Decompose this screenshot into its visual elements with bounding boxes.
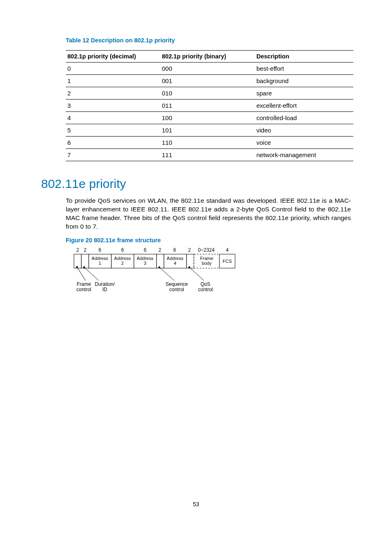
frame-box [81,254,89,268]
width-label: 2 [188,247,191,253]
width-label: 6 [173,247,176,253]
table-row: 7111network-management [66,149,353,161]
box-label: 4 [174,261,176,266]
table-row: 4100controlled-load [66,112,353,124]
section-heading: 802.11e priority [41,177,351,191]
frame-box [187,254,194,268]
table-row: 5101video [66,124,353,137]
cell: video [255,124,353,137]
cell: best-effort [255,63,353,75]
table-row: 1001background [66,75,353,87]
table-row: 6110voice [66,137,353,149]
cell: 0 [66,63,160,75]
page-number: 53 [0,501,392,508]
table-row: 2010spare [66,87,353,100]
frame-box [74,254,81,268]
figure-caption: Figure 20 802.11e frame structure [66,237,351,243]
cell: 1 [66,75,160,87]
width-label: 2 [76,247,79,253]
callout-line [190,268,204,280]
cell: 110 [160,137,255,149]
box-label: body [202,261,212,266]
cell: 011 [160,100,255,112]
callout-line [85,268,99,280]
width-label: 2 [159,247,161,253]
box-label: Address [167,256,184,261]
col-header-decimal: 802.1p priority (decimal) [66,51,160,63]
cell: 6 [66,137,160,149]
frame-structure-figure: 2 2 6 6 6 2 6 2 0~2324 4 Address [66,247,351,296]
box-label: Address [114,256,131,261]
table-caption: Table 12 Description on 802.1p priority [66,37,351,44]
cell: spare [255,87,353,100]
col-header-description: Description [255,51,353,63]
cell: excellent-effort [255,100,353,112]
table-row: 0000best-effort [66,63,353,75]
body-paragraph: To provide QoS services on WLAN, the 802… [66,197,351,231]
cell: network-management [255,149,353,161]
cell: 2 [66,87,160,100]
cell: 4 [66,112,160,124]
width-label: 0~2324 [198,247,215,253]
frame-box [157,254,164,268]
cell: voice [255,137,353,149]
cell: 000 [160,63,255,75]
box-label: FCS [223,259,232,264]
width-label: 6 [121,247,124,253]
frame-structure-svg: 2 2 6 6 6 2 6 2 0~2324 4 Address [66,247,263,296]
box-label: 3 [144,261,146,266]
box-label: 1 [99,261,101,266]
table-row: 3011excellent-effort [66,100,353,112]
cell: 010 [160,87,255,100]
cell: 001 [160,75,255,87]
width-label: 6 [99,247,101,253]
box-label: Address [92,256,108,261]
callout-line [160,268,174,280]
cell: 100 [160,112,255,124]
cell: 101 [160,124,255,137]
col-header-binary: 802.1p priority (binary) [160,51,255,63]
callout-label: control [169,287,184,292]
callout-label: ID [102,287,107,292]
callout-label: Duration/ [95,281,115,287]
box-label: Address [137,256,154,261]
cell: 3 [66,100,160,112]
box-label: 2 [121,261,124,266]
cell: 111 [160,149,255,161]
callout-label: QoS [201,281,210,287]
width-label: 4 [226,247,229,253]
cell: background [255,75,353,87]
cell: 5 [66,124,160,137]
width-label: 6 [144,247,147,253]
cell: 7 [66,149,160,161]
callout-label: Sequence [166,281,188,287]
callout-label: control [76,287,91,292]
callout-line [78,268,85,280]
priority-table: 802.1p priority (decimal) 802.1p priorit… [66,50,353,161]
callout-label: Frame [77,281,91,287]
cell: controlled-load [255,112,353,124]
callout-label: control [198,287,213,292]
width-label: 2 [84,247,87,253]
box-label: Frame [200,256,213,261]
